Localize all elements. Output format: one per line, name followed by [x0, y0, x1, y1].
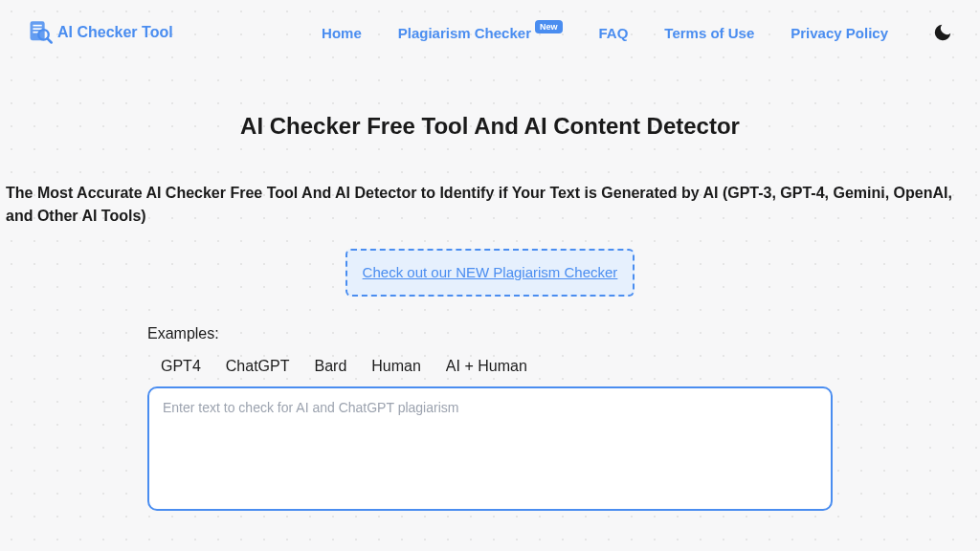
example-tabs: GPT4 ChatGPT Bard Human AI + Human	[147, 358, 833, 375]
nav-privacy[interactable]: Privacy Policy	[791, 25, 888, 41]
input-area: Examples: GPT4 ChatGPT Bard Human AI + H…	[0, 325, 980, 515]
tab-ai-human[interactable]: AI + Human	[446, 358, 527, 375]
svg-line-5	[47, 38, 51, 42]
new-badge: New	[535, 20, 563, 33]
page-title: AI Checker Free Tool And AI Content Dete…	[0, 113, 980, 140]
nav-plagiarism-checker[interactable]: Plagiarism Checker New	[398, 25, 563, 41]
nav-plagiarism-label: Plagiarism Checker	[398, 25, 531, 41]
nav-faq[interactable]: FAQ	[599, 25, 629, 41]
page-subtitle: The Most Accurate AI Checker Free Tool A…	[0, 182, 980, 228]
text-input[interactable]	[147, 386, 833, 511]
tab-gpt4[interactable]: GPT4	[161, 358, 201, 375]
examples-label: Examples:	[147, 325, 833, 342]
logo-link[interactable]: AI Checker Tool	[27, 19, 173, 46]
tab-bard[interactable]: Bard	[314, 358, 346, 375]
moon-icon	[932, 22, 953, 43]
dark-mode-toggle[interactable]	[932, 22, 953, 43]
logo-text: AI Checker Tool	[57, 24, 173, 41]
tab-chatgpt[interactable]: ChatGPT	[226, 358, 290, 375]
svg-rect-2	[33, 28, 41, 30]
promo-box: Check out our NEW Plagiarism Checker	[345, 249, 635, 297]
promo-wrapper: Check out our NEW Plagiarism Checker	[0, 249, 980, 297]
magnifier-document-icon	[27, 19, 54, 46]
svg-rect-1	[33, 25, 41, 27]
main-nav: Home Plagiarism Checker New FAQ Terms of…	[322, 22, 953, 43]
promo-link[interactable]: Check out our NEW Plagiarism Checker	[363, 264, 618, 280]
main-content: AI Checker Free Tool And AI Content Dete…	[0, 65, 980, 515]
header: AI Checker Tool Home Plagiarism Checker …	[0, 0, 980, 65]
tab-human[interactable]: Human	[371, 358, 421, 375]
nav-terms[interactable]: Terms of Use	[664, 25, 754, 41]
nav-home[interactable]: Home	[322, 25, 362, 41]
